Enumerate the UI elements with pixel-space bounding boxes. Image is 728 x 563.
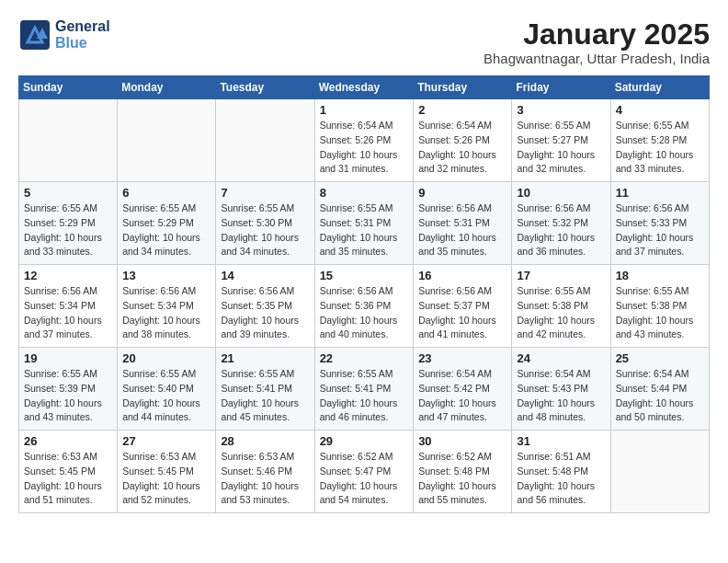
day-number-11: 11 xyxy=(616,186,704,200)
calendar-cell-w4-d4: 22Sunrise: 6:55 AMSunset: 5:41 PMDayligh… xyxy=(314,348,414,431)
day-number-22: 22 xyxy=(320,351,409,365)
calendar-cell-w4-d3: 21Sunrise: 6:55 AMSunset: 5:41 PMDayligh… xyxy=(216,348,314,431)
day-info-7: Sunrise: 6:55 AMSunset: 5:30 PMDaylight:… xyxy=(221,201,309,259)
day-info-15: Sunrise: 6:56 AMSunset: 5:36 PMDaylight:… xyxy=(320,284,409,342)
day-number-10: 10 xyxy=(517,186,605,200)
day-number-13: 13 xyxy=(122,269,210,282)
day-info-5: Sunrise: 6:55 AMSunset: 5:29 PMDaylight:… xyxy=(24,201,112,259)
title-block: January 2025 Bhagwantnagar, Uttar Prades… xyxy=(483,18,710,66)
day-number-9: 9 xyxy=(418,186,506,200)
day-number-19: 19 xyxy=(24,351,112,365)
calendar-cell-w5-d2: 27Sunrise: 6:53 AMSunset: 5:45 PMDayligh… xyxy=(118,431,216,513)
calendar-cell-w3-d1: 12Sunrise: 6:56 AMSunset: 5:34 PMDayligh… xyxy=(19,265,118,348)
header-sunday: Sunday xyxy=(19,76,118,99)
day-number-3: 3 xyxy=(517,103,605,117)
day-number-29: 29 xyxy=(320,434,409,448)
calendar-cell-w4-d7: 25Sunrise: 6:54 AMSunset: 5:44 PMDayligh… xyxy=(610,348,709,431)
day-number-20: 20 xyxy=(122,351,210,365)
day-info-10: Sunrise: 6:56 AMSunset: 5:32 PMDaylight:… xyxy=(517,201,605,259)
logo: General Blue xyxy=(18,18,110,52)
calendar-cell-w1-d4: 1Sunrise: 6:54 AMSunset: 5:26 PMDaylight… xyxy=(314,99,414,182)
calendar-cell-w2-d7: 11Sunrise: 6:56 AMSunset: 5:33 PMDayligh… xyxy=(610,182,709,265)
day-info-16: Sunrise: 6:56 AMSunset: 5:37 PMDaylight:… xyxy=(418,284,506,342)
calendar-cell-w3-d6: 17Sunrise: 6:55 AMSunset: 5:38 PMDayligh… xyxy=(512,265,610,348)
logo-icon xyxy=(18,18,51,52)
calendar-cell-w2-d6: 10Sunrise: 6:56 AMSunset: 5:32 PMDayligh… xyxy=(512,182,610,265)
day-info-18: Sunrise: 6:55 AMSunset: 5:38 PMDaylight:… xyxy=(616,284,704,342)
calendar-cell-w4-d6: 24Sunrise: 6:54 AMSunset: 5:43 PMDayligh… xyxy=(512,348,610,431)
day-number-7: 7 xyxy=(221,186,309,200)
header-saturday: Saturday xyxy=(610,76,709,99)
day-info-6: Sunrise: 6:55 AMSunset: 5:29 PMDaylight:… xyxy=(122,201,210,259)
day-number-2: 2 xyxy=(418,103,506,117)
day-number-23: 23 xyxy=(418,351,506,365)
calendar-cell-w1-d3 xyxy=(216,99,314,182)
day-info-19: Sunrise: 6:55 AMSunset: 5:39 PMDaylight:… xyxy=(24,367,112,425)
day-info-9: Sunrise: 6:56 AMSunset: 5:31 PMDaylight:… xyxy=(418,201,506,259)
day-number-25: 25 xyxy=(616,351,704,365)
calendar-cell-w2-d4: 8Sunrise: 6:55 AMSunset: 5:31 PMDaylight… xyxy=(314,182,414,265)
day-number-27: 27 xyxy=(122,434,210,448)
header-tuesday: Tuesday xyxy=(216,76,314,99)
day-number-17: 17 xyxy=(517,269,605,282)
day-info-12: Sunrise: 6:56 AMSunset: 5:34 PMDaylight:… xyxy=(24,284,112,342)
calendar-cell-w3-d4: 15Sunrise: 6:56 AMSunset: 5:36 PMDayligh… xyxy=(314,265,414,348)
week-row-2: 5Sunrise: 6:55 AMSunset: 5:29 PMDaylight… xyxy=(19,182,710,265)
day-number-24: 24 xyxy=(517,351,605,365)
day-number-8: 8 xyxy=(320,186,409,200)
calendar-cell-w1-d6: 3Sunrise: 6:55 AMSunset: 5:27 PMDaylight… xyxy=(512,99,610,182)
calendar-cell-w5-d6: 31Sunrise: 6:51 AMSunset: 5:48 PMDayligh… xyxy=(512,431,610,513)
calendar-cell-w2-d5: 9Sunrise: 6:56 AMSunset: 5:31 PMDaylight… xyxy=(414,182,512,265)
calendar-cell-w2-d3: 7Sunrise: 6:55 AMSunset: 5:30 PMDaylight… xyxy=(216,182,314,265)
calendar-cell-w3-d3: 14Sunrise: 6:56 AMSunset: 5:35 PMDayligh… xyxy=(216,265,314,348)
day-info-26: Sunrise: 6:53 AMSunset: 5:45 PMDaylight:… xyxy=(24,450,112,508)
calendar-cell-w2-d2: 6Sunrise: 6:55 AMSunset: 5:29 PMDaylight… xyxy=(118,182,216,265)
header-thursday: Thursday xyxy=(414,76,512,99)
calendar-cell-w4-d1: 19Sunrise: 6:55 AMSunset: 5:39 PMDayligh… xyxy=(19,348,118,431)
calendar-cell-w3-d7: 18Sunrise: 6:55 AMSunset: 5:38 PMDayligh… xyxy=(610,265,709,348)
day-info-3: Sunrise: 6:55 AMSunset: 5:27 PMDaylight:… xyxy=(517,119,605,177)
calendar-cell-w1-d7: 4Sunrise: 6:55 AMSunset: 5:28 PMDaylight… xyxy=(610,99,709,182)
day-number-18: 18 xyxy=(616,269,704,282)
day-number-21: 21 xyxy=(221,351,309,365)
day-info-14: Sunrise: 6:56 AMSunset: 5:35 PMDaylight:… xyxy=(221,284,309,342)
calendar-cell-w5-d3: 28Sunrise: 6:53 AMSunset: 5:46 PMDayligh… xyxy=(216,431,314,513)
header-monday: Monday xyxy=(118,76,216,99)
day-info-31: Sunrise: 6:51 AMSunset: 5:48 PMDaylight:… xyxy=(517,450,605,508)
day-number-15: 15 xyxy=(320,269,409,282)
day-info-2: Sunrise: 6:54 AMSunset: 5:26 PMDaylight:… xyxy=(418,119,506,177)
calendar-cell-w3-d2: 13Sunrise: 6:56 AMSunset: 5:34 PMDayligh… xyxy=(118,265,216,348)
day-info-17: Sunrise: 6:55 AMSunset: 5:38 PMDaylight:… xyxy=(517,284,605,342)
day-number-30: 30 xyxy=(418,434,506,448)
day-info-29: Sunrise: 6:52 AMSunset: 5:47 PMDaylight:… xyxy=(320,450,409,508)
calendar-cell-w5-d7 xyxy=(610,431,709,513)
day-number-16: 16 xyxy=(418,269,506,282)
calendar-cell-w4-d2: 20Sunrise: 6:55 AMSunset: 5:40 PMDayligh… xyxy=(118,348,216,431)
day-info-8: Sunrise: 6:55 AMSunset: 5:31 PMDaylight:… xyxy=(320,201,409,259)
logo-general: General xyxy=(55,18,110,35)
day-info-1: Sunrise: 6:54 AMSunset: 5:26 PMDaylight:… xyxy=(320,119,409,177)
calendar-cell-w1-d5: 2Sunrise: 6:54 AMSunset: 5:26 PMDaylight… xyxy=(414,99,512,182)
month-title: January 2025 xyxy=(483,18,710,51)
week-row-3: 12Sunrise: 6:56 AMSunset: 5:34 PMDayligh… xyxy=(19,265,710,348)
day-number-14: 14 xyxy=(221,269,309,282)
day-info-21: Sunrise: 6:55 AMSunset: 5:41 PMDaylight:… xyxy=(221,367,309,425)
day-info-4: Sunrise: 6:55 AMSunset: 5:28 PMDaylight:… xyxy=(616,119,704,177)
day-info-20: Sunrise: 6:55 AMSunset: 5:40 PMDaylight:… xyxy=(122,367,210,425)
calendar-cell-w4-d5: 23Sunrise: 6:54 AMSunset: 5:42 PMDayligh… xyxy=(414,348,512,431)
calendar-cell-w1-d1 xyxy=(19,99,118,182)
day-number-31: 31 xyxy=(517,434,605,448)
header-wednesday: Wednesday xyxy=(314,76,414,99)
day-info-22: Sunrise: 6:55 AMSunset: 5:41 PMDaylight:… xyxy=(320,367,409,425)
day-info-23: Sunrise: 6:54 AMSunset: 5:42 PMDaylight:… xyxy=(418,367,506,425)
day-number-28: 28 xyxy=(221,434,309,448)
calendar-table: Sunday Monday Tuesday Wednesday Thursday… xyxy=(18,75,710,513)
calendar-header: Sunday Monday Tuesday Wednesday Thursday… xyxy=(19,76,710,99)
calendar-cell-w2-d1: 5Sunrise: 6:55 AMSunset: 5:29 PMDaylight… xyxy=(19,182,118,265)
calendar-cell-w5-d5: 30Sunrise: 6:52 AMSunset: 5:48 PMDayligh… xyxy=(414,431,512,513)
logo-blue: Blue xyxy=(55,35,110,52)
calendar-cell-w1-d2 xyxy=(118,99,216,182)
calendar-cell-w5-d1: 26Sunrise: 6:53 AMSunset: 5:45 PMDayligh… xyxy=(19,431,118,513)
week-row-4: 19Sunrise: 6:55 AMSunset: 5:39 PMDayligh… xyxy=(19,348,710,431)
calendar-body: 1Sunrise: 6:54 AMSunset: 5:26 PMDaylight… xyxy=(19,99,710,513)
